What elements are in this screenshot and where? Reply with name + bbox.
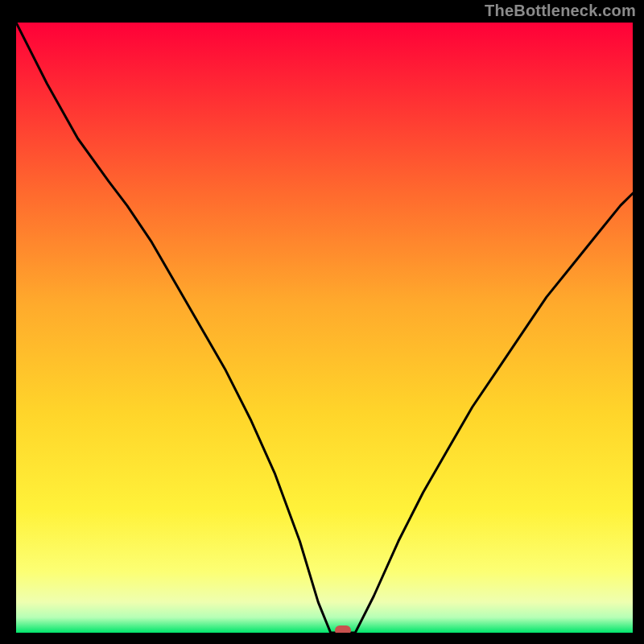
gradient-background	[16, 23, 633, 633]
optimal-marker	[335, 625, 351, 633]
watermark-text: TheBottleneck.com	[485, 2, 636, 20]
plot-area	[14, 20, 635, 635]
chart-svg	[16, 23, 633, 633]
chart-frame: TheBottleneck.com	[0, 0, 644, 644]
